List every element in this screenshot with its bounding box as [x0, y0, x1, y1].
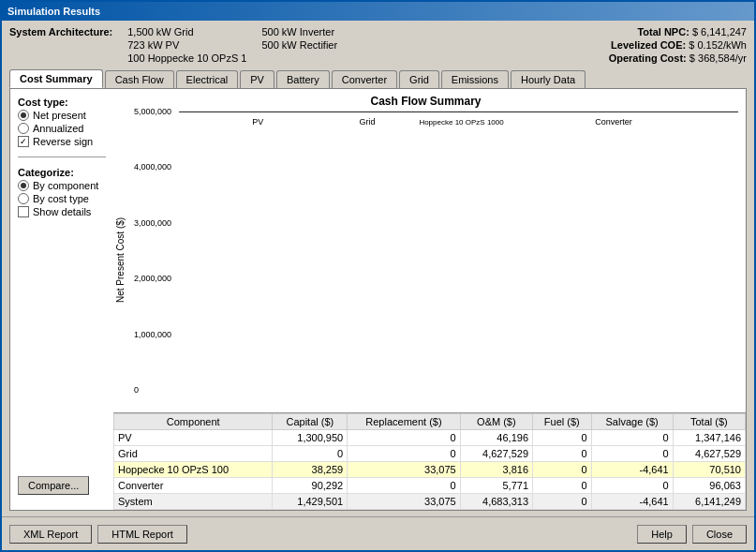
divider-1: [18, 157, 106, 157]
tab-cash-flow[interactable]: Cash Flow: [105, 70, 174, 88]
by-component-label: By component: [33, 180, 98, 191]
main-panel: Cost type: Net present Annualized: [9, 88, 747, 511]
title-bar: Simulation Results: [2, 2, 754, 21]
chart-plot: PV Grid: [179, 112, 738, 112]
window-title: Simulation Results: [7, 6, 100, 17]
operating-cost-value: $ 368,584/yr: [689, 52, 747, 64]
y-tick-2m: 2,000,000: [134, 274, 171, 283]
net-present-radio-btn[interactable]: [18, 110, 29, 121]
sys-item-5: 500 kW Rectifier: [261, 39, 337, 51]
help-button[interactable]: Help: [637, 525, 687, 544]
show-details-label: Show details: [33, 206, 91, 217]
total-npc-label: Total NPC:: [637, 26, 689, 37]
y-tick-5m: 5,000,000: [134, 107, 171, 116]
sys-item-3: 100 Hoppecke 10 OPzS 1: [127, 52, 246, 64]
grid-line-5: [180, 111, 738, 112]
by-component-radio-btn[interactable]: [18, 180, 29, 191]
tab-bar: Cost Summary Cash Flow Electrical PV Bat…: [9, 69, 747, 88]
tab-emissions[interactable]: Emissions: [441, 70, 509, 88]
net-present-label: Net present: [33, 110, 86, 121]
annualized-label: Annualized: [33, 123, 83, 134]
col-salvage: Salvage ($): [591, 414, 673, 430]
table-row: PV1,300,950046,196001,347,146: [114, 430, 746, 446]
y-tick-3m: 3,000,000: [134, 218, 171, 228]
tab-battery[interactable]: Battery: [276, 70, 330, 88]
col-replacement: Replacement ($): [348, 414, 461, 430]
col-om: O&M ($): [460, 414, 532, 430]
y-tick-0: 0: [134, 385, 139, 395]
reverse-sign-label: Reverse sign: [33, 136, 93, 147]
chart-container: Net Present Cost ($) 5,000,000 4,000,000…: [113, 112, 738, 409]
x-label-converter: Converter: [595, 117, 632, 127]
table-row: System1,429,50133,0754,683,3130-4,6416,1…: [114, 494, 746, 510]
x-label-pv: PV: [252, 117, 263, 127]
net-present-radio[interactable]: Net present: [18, 110, 106, 121]
reverse-sign-checkbox[interactable]: Reverse sign: [18, 136, 106, 147]
show-details-checkbox[interactable]: Show details: [18, 206, 106, 217]
by-cost-type-label: By cost type: [33, 193, 89, 204]
y-axis-label: Net Present Cost ($): [113, 112, 132, 409]
col-capital: Capital ($): [273, 414, 348, 430]
by-component-radio[interactable]: By component: [18, 180, 106, 191]
left-panel: Cost type: Net present Annualized: [10, 89, 113, 510]
chart-title: Cash Flow Summary: [113, 95, 738, 108]
x-label-hoppecke: Hoppecke 10 OPzS 1000: [419, 118, 503, 127]
content-area: System Architecture: 1,500 kW Grid 723 k…: [2, 21, 754, 516]
by-cost-type-radio[interactable]: By cost type: [18, 193, 106, 204]
system-architecture: System Architecture: 1,500 kW Grid 723 k…: [9, 26, 747, 64]
bottom-bar: XML Report HTML Report Help Close: [2, 516, 754, 550]
sys-item-4: 500 kW Inverter: [261, 26, 337, 37]
annualized-radio[interactable]: Annualized: [18, 123, 106, 134]
tab-hourly-data[interactable]: Hourly Data: [511, 70, 586, 88]
help-close-buttons: Help Close: [637, 525, 747, 544]
tab-pv[interactable]: PV: [240, 70, 274, 88]
sys-item-1: 1,500 kW Grid: [127, 26, 246, 37]
report-buttons: XML Report HTML Report: [9, 525, 187, 544]
compare-button[interactable]: Compare...: [18, 476, 89, 495]
total-npc-value: $ 6,141,247: [692, 26, 747, 37]
html-report-button[interactable]: HTML Report: [97, 525, 187, 544]
cost-table: Component Capital ($) Replacement ($) O&…: [113, 413, 746, 510]
table-row: Hoppecke 10 OPzS 10038,25933,0753,8160-4…: [114, 462, 746, 478]
col-component: Component: [114, 414, 273, 430]
y-tick-1m: 1,000,000: [134, 330, 171, 339]
table-row: Converter90,29205,7710096,063: [114, 478, 746, 494]
x-label-grid: Grid: [360, 117, 376, 127]
col-total: Total ($): [673, 414, 745, 430]
show-details-checkbox-btn[interactable]: [18, 206, 29, 217]
by-cost-type-radio-btn[interactable]: [18, 193, 29, 204]
xml-report-button[interactable]: XML Report: [9, 525, 92, 544]
operating-cost-label: Operating Cost:: [609, 52, 687, 64]
categorize-label: Categorize:: [18, 167, 106, 178]
annualized-radio-btn[interactable]: [18, 123, 29, 134]
reverse-sign-checkbox-btn[interactable]: [18, 136, 29, 147]
tab-grid[interactable]: Grid: [399, 70, 439, 88]
levelized-coe-label: Levelized COE:: [611, 39, 686, 51]
tab-electrical[interactable]: Electrical: [176, 70, 239, 88]
col-fuel: Fuel ($): [533, 414, 592, 430]
sys-item-2: 723 kW PV: [127, 39, 246, 51]
chart-area: Cash Flow Summary Net Present Cost ($) 5…: [113, 89, 746, 412]
sys-arch-label: System Architecture:: [9, 26, 112, 64]
tab-converter[interactable]: Converter: [332, 70, 397, 88]
close-button[interactable]: Close: [692, 525, 747, 544]
y-tick-4m: 4,000,000: [134, 162, 171, 172]
table-area: Component Capital ($) Replacement ($) O&…: [113, 412, 746, 510]
table-row: Grid004,627,529004,627,529: [114, 446, 746, 462]
main-window: Simulation Results System Architecture: …: [0, 0, 756, 552]
tab-cost-summary[interactable]: Cost Summary: [9, 69, 103, 88]
levelized-coe-value: $ 0.152/kWh: [689, 39, 747, 51]
cost-type-label: Cost type:: [18, 97, 106, 108]
